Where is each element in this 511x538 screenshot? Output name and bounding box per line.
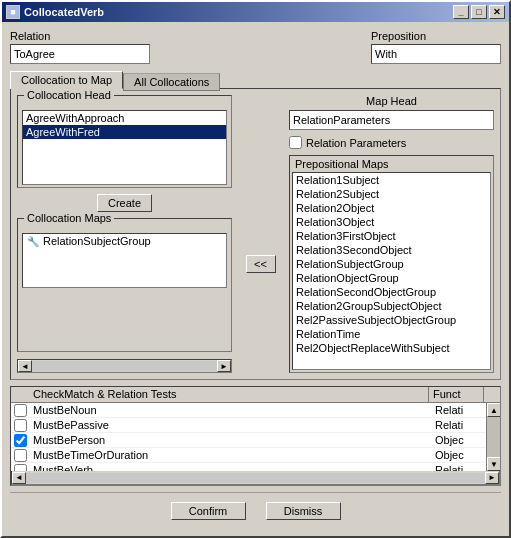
table-body: MustBeNoun Relati MustBePassive Relati M… bbox=[11, 403, 500, 471]
prepositional-maps-group: Prepositional Maps Relation1Subject Rela… bbox=[289, 155, 494, 373]
middle-buttons: << bbox=[238, 95, 283, 373]
row-checkbox[interactable] bbox=[14, 434, 27, 447]
table-row: MustBeNoun Relati bbox=[11, 403, 486, 418]
table-row: MustBePassive Relati bbox=[11, 418, 486, 433]
scroll-down-btn[interactable]: ▼ bbox=[487, 457, 500, 471]
table-header: CheckMatch & Relation Tests Funct bbox=[11, 387, 500, 403]
list-item[interactable]: Relation3SecondObject bbox=[293, 243, 490, 257]
relation-parameters-row: Relation Parameters bbox=[289, 134, 494, 151]
table-cell-label: MustBeVerb bbox=[29, 464, 431, 471]
list-item[interactable]: Rel2ObjectReplaceWithSubject bbox=[293, 341, 490, 355]
left-panel: Collocation Head AgreeWithApproach Agree… bbox=[17, 95, 232, 373]
main-panel: Collocation Head AgreeWithApproach Agree… bbox=[10, 88, 501, 380]
scroll-right-btn[interactable]: ► bbox=[485, 472, 499, 484]
title-bar-buttons: _ □ ✕ bbox=[453, 5, 505, 19]
row-checkbox[interactable] bbox=[14, 449, 27, 462]
relation-parameters-label: Relation Parameters bbox=[306, 137, 406, 149]
h-scrollbar[interactable]: ◄ ► bbox=[17, 359, 232, 373]
window-icon: ■ bbox=[6, 5, 20, 19]
close-button[interactable]: ✕ bbox=[489, 5, 505, 19]
scroll-left-btn[interactable]: ◄ bbox=[18, 360, 32, 372]
row-checkbox[interactable] bbox=[14, 404, 27, 417]
minimize-button[interactable]: _ bbox=[453, 5, 469, 19]
tabs-row: Collocation to Map All Collocations bbox=[10, 70, 501, 88]
preposition-input[interactable] bbox=[371, 44, 501, 64]
table-cell-funct: Relati bbox=[431, 404, 486, 416]
tab-collocation-to-map[interactable]: Collocation to Map bbox=[10, 71, 123, 89]
table-cell-label: MustBeNoun bbox=[29, 404, 431, 416]
preposition-label: Preposition bbox=[371, 30, 501, 42]
collocation-head-group: Collocation Head AgreeWithApproach Agree… bbox=[17, 95, 232, 188]
list-item[interactable]: RelationTime bbox=[293, 327, 490, 341]
row-checkbox[interactable] bbox=[14, 464, 27, 472]
collocation-maps-list[interactable]: 🔧 RelationSubjectGroup bbox=[22, 233, 227, 288]
check-table: CheckMatch & Relation Tests Funct MustBe… bbox=[10, 386, 501, 486]
preposition-group: Preposition bbox=[371, 30, 501, 64]
table-row: MustBePerson Objec bbox=[11, 433, 486, 448]
list-item[interactable]: Relation3Object bbox=[293, 215, 490, 229]
maximize-button[interactable]: □ bbox=[471, 5, 487, 19]
double-left-button[interactable]: << bbox=[246, 255, 276, 273]
list-item[interactable]: 🔧 RelationSubjectGroup bbox=[23, 234, 226, 248]
title-bar: ■ CollocatedVerb _ □ ✕ bbox=[2, 2, 509, 22]
collocation-head-title: Collocation Head bbox=[24, 89, 114, 101]
table-rows: MustBeNoun Relati MustBePassive Relati M… bbox=[11, 403, 486, 471]
field-row: Relation Preposition bbox=[10, 30, 501, 64]
table-cell-funct: Objec bbox=[431, 449, 486, 461]
list-item[interactable]: AgreeWithApproach bbox=[23, 111, 226, 125]
window-title: CollocatedVerb bbox=[24, 6, 104, 18]
table-cell-funct: Relati bbox=[431, 419, 486, 431]
map-head-label: Map Head bbox=[289, 95, 494, 107]
prepositional-maps-list[interactable]: Relation1Subject Relation2Subject Relati… bbox=[292, 172, 491, 370]
relation-label: Relation bbox=[10, 30, 150, 42]
tab-all-collocations[interactable]: All Collocations bbox=[123, 73, 220, 91]
table-header-col1: CheckMatch & Relation Tests bbox=[29, 387, 429, 402]
list-item[interactable]: Relation2Subject bbox=[293, 187, 490, 201]
list-item[interactable]: AgreeWithFred bbox=[23, 125, 226, 139]
table-header-col2: Funct bbox=[429, 387, 484, 402]
list-item[interactable]: Relation3FirstObject bbox=[293, 229, 490, 243]
collocation-head-list[interactable]: AgreeWithApproach AgreeWithFred bbox=[22, 110, 227, 185]
window: ■ CollocatedVerb _ □ ✕ Relation Preposit… bbox=[0, 0, 511, 538]
table-h-scrollbar[interactable]: ◄ ► bbox=[11, 471, 500, 485]
table-cell-label: MustBePerson bbox=[29, 434, 431, 446]
list-item[interactable]: RelationSecondObjectGroup bbox=[293, 285, 490, 299]
table-row: MustBeVerb Relati bbox=[11, 463, 486, 471]
list-item[interactable]: RelationObjectGroup bbox=[293, 271, 490, 285]
list-item[interactable]: RelationSubjectGroup bbox=[293, 257, 490, 271]
table-cell-label: MustBeTimeOrDuration bbox=[29, 449, 431, 461]
collocation-maps-group: Collocation Maps 🔧 RelationSubjectGroup bbox=[17, 218, 232, 352]
map-head-section: Map Head bbox=[289, 95, 494, 130]
list-item[interactable]: Relation2Object bbox=[293, 201, 490, 215]
v-scroll-track[interactable] bbox=[487, 417, 500, 457]
prepositional-maps-title: Prepositional Maps bbox=[292, 158, 491, 170]
bottom-buttons: Confirm Dismiss bbox=[10, 492, 501, 528]
collocation-maps-title: Collocation Maps bbox=[24, 212, 114, 224]
window-content: Relation Preposition Collocation to Map … bbox=[2, 22, 509, 536]
dismiss-button[interactable]: Dismiss bbox=[266, 502, 341, 520]
item-icon: 🔧 bbox=[26, 235, 40, 247]
table-cell-label: MustBePassive bbox=[29, 419, 431, 431]
h-scroll-track[interactable] bbox=[26, 473, 485, 483]
confirm-button[interactable]: Confirm bbox=[171, 502, 246, 520]
table-row: MustBeTimeOrDuration Objec bbox=[11, 448, 486, 463]
relation-input[interactable] bbox=[10, 44, 150, 64]
list-item[interactable]: Relation1Subject bbox=[293, 173, 490, 187]
table-cell-funct: Objec bbox=[431, 434, 486, 446]
list-item[interactable]: Relation2GroupSubjectObject bbox=[293, 299, 490, 313]
table-scrollbar[interactable]: ▲ ▼ bbox=[486, 403, 500, 471]
table-cell-funct: Relati bbox=[431, 464, 486, 471]
map-head-input[interactable] bbox=[289, 110, 494, 130]
scroll-left-btn[interactable]: ◄ bbox=[12, 472, 26, 484]
list-item[interactable]: Rel2PassiveSubjectObjectGroup bbox=[293, 313, 490, 327]
scroll-up-btn[interactable]: ▲ bbox=[487, 403, 500, 417]
scroll-right-btn[interactable]: ► bbox=[217, 360, 231, 372]
relation-parameters-checkbox[interactable] bbox=[289, 136, 302, 149]
right-panel: Map Head Relation Parameters Preposition… bbox=[289, 95, 494, 373]
relation-group: Relation bbox=[10, 30, 150, 64]
h-scroll-track[interactable] bbox=[32, 361, 217, 371]
create-button[interactable]: Create bbox=[97, 194, 152, 212]
row-checkbox[interactable] bbox=[14, 419, 27, 432]
